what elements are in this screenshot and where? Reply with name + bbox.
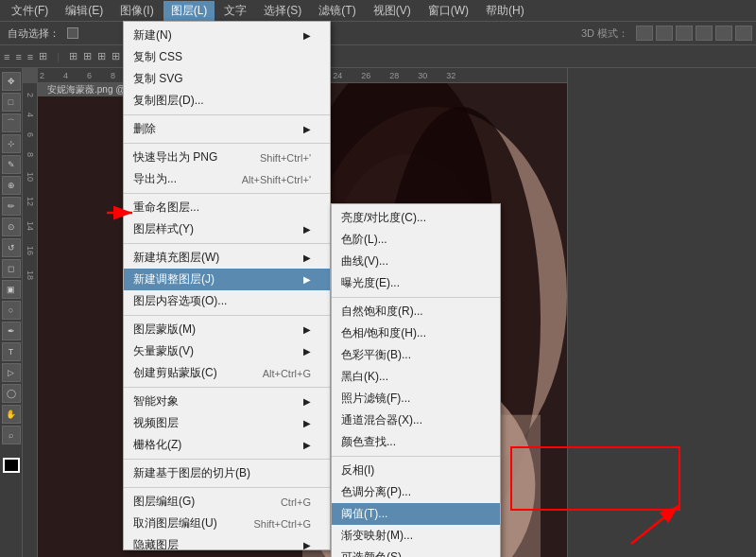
menu-copy-svg[interactable]: 复制 SVG: [124, 68, 330, 90]
menu-rasterize[interactable]: 栅格化(Z) ▶: [124, 434, 330, 456]
separator-6: [124, 387, 330, 388]
adj-bw[interactable]: 黑白(K)...: [332, 366, 500, 388]
tool-brush[interactable]: ✏: [2, 197, 21, 216]
tool-dodge[interactable]: ○: [2, 301, 21, 320]
menu-filter[interactable]: 滤镜(T): [311, 1, 363, 21]
dropdown-container: 新建(N) ▶ 复制 CSS 复制 SVG 复制图层(D)... 删除 ▶ 快速…: [123, 21, 501, 557]
tool-btn-5[interactable]: [715, 26, 732, 41]
tool-crop[interactable]: ⊹: [2, 134, 21, 153]
tool-btn-3[interactable]: [676, 26, 693, 41]
menu-hide-layer[interactable]: 隐藏图层 ▶: [124, 534, 330, 550]
distribute-icon[interactable]: ⊞: [39, 50, 47, 62]
menu-new-slice[interactable]: 新建基于图层的切片(B): [124, 462, 330, 484]
adj-hsl[interactable]: 色相/饱和度(H)...: [332, 322, 500, 344]
tools-panel: ✥ □ ⌒ ⊹ ✎ ⊕ ✏ ⊙ ↺ ◻ ▣ ○ ✒ T ▷ ◯ ✋ ⌕: [0, 68, 23, 557]
menu-select[interactable]: 选择(S): [256, 1, 309, 21]
adj-levels[interactable]: 色阶(L)...: [332, 229, 500, 251]
tool-lasso[interactable]: ⌒: [2, 113, 21, 132]
tool-btn-1[interactable]: [636, 26, 653, 41]
menu-group[interactable]: 图层编组(G) Ctrl+G: [124, 491, 330, 513]
mask-arrow: ▶: [303, 324, 311, 335]
menu-duplicate[interactable]: 复制图层(D)...: [124, 90, 330, 112]
menu-delete[interactable]: 删除 ▶: [124, 118, 330, 140]
separator-4: [124, 243, 330, 244]
adj-invert[interactable]: 反相(I): [332, 460, 500, 481]
menu-rename[interactable]: 重命名图层...: [124, 197, 330, 218]
tool-clone[interactable]: ⊙: [2, 218, 21, 236]
tool-pen[interactable]: ✒: [2, 322, 21, 340]
adj-color-lookup[interactable]: 颜色查找...: [332, 431, 500, 453]
tool-zoom[interactable]: ⌕: [2, 426, 21, 444]
menu-help[interactable]: 帮助(H): [478, 1, 532, 21]
submenu-arrow: ▶: [303, 30, 311, 41]
menu-ungroup[interactable]: 取消图层编组(U) Shift+Ctrl+G: [124, 513, 330, 534]
menu-smart-object[interactable]: 智能对象 ▶: [124, 391, 330, 412]
menu-create-clipping[interactable]: 创建剪贴蒙版(C) Alt+Ctrl+G: [124, 362, 330, 384]
menu-layer-mask[interactable]: 图层蒙版(M) ▶: [124, 319, 330, 340]
tool-move[interactable]: ✥: [2, 72, 21, 91]
tool-heal[interactable]: ⊕: [2, 176, 21, 195]
menu-layer-content[interactable]: 图层内容选项(O)...: [124, 290, 330, 312]
menu-new[interactable]: 新建(N) ▶: [124, 25, 330, 46]
tool-history[interactable]: ↺: [2, 238, 21, 257]
layer-menu-panel: 新建(N) ▶ 复制 CSS 复制 SVG 复制图层(D)... 删除 ▶ 快速…: [123, 21, 331, 550]
tool-eyedropper[interactable]: ✎: [2, 155, 21, 174]
adj-channel-mixer[interactable]: 通道混合器(X)...: [332, 409, 500, 431]
menu-vector-mask[interactable]: 矢量蒙版(V) ▶: [124, 340, 330, 362]
tool-shape[interactable]: ◯: [2, 384, 21, 403]
tool-select[interactable]: □: [2, 93, 21, 112]
tool-btn-4[interactable]: [696, 26, 713, 41]
menu-text[interactable]: 文字: [216, 1, 254, 21]
adj-sep-2: [332, 456, 500, 457]
adj-color-balance[interactable]: 色彩平衡(B)...: [332, 344, 500, 366]
menu-edit[interactable]: 编辑(E): [58, 1, 111, 21]
align-center-icon[interactable]: ≡: [15, 51, 21, 62]
video-arrow: ▶: [303, 418, 311, 428]
menu-new-adjustment[interactable]: 新建调整图层(J) ▶: [124, 269, 330, 290]
menu-window[interactable]: 窗口(W): [421, 1, 476, 21]
adj-brightness[interactable]: 亮度/对比度(C)...: [332, 207, 500, 229]
menu-export-png[interactable]: 快速导出为 PNG Shift+Ctrl+': [124, 147, 330, 168]
anchor-icon-2[interactable]: ⊞: [83, 50, 92, 62]
auto-select-checkbox[interactable]: [67, 27, 78, 39]
menu-layer-style[interactable]: 图层样式(Y) ▶: [124, 218, 330, 240]
adj-gradient-map[interactable]: 渐变映射(M)...: [332, 525, 500, 547]
anchor-icon[interactable]: ⊞: [69, 50, 77, 62]
tool-gradient[interactable]: ▣: [2, 280, 21, 299]
tool-hand[interactable]: ✋: [2, 405, 21, 424]
adj-exposure[interactable]: 曝光度(E)...: [332, 272, 500, 294]
fill-arrow: ▶: [303, 252, 311, 263]
adj-vibrance[interactable]: 自然饱和度(R)...: [332, 301, 500, 322]
separator-5: [124, 315, 330, 316]
tool-eraser[interactable]: ◻: [2, 259, 21, 278]
menu-image[interactable]: 图像(I): [112, 1, 161, 21]
adj-curves[interactable]: 曲线(V)...: [332, 251, 500, 272]
menu-file[interactable]: 文件(F): [4, 1, 56, 21]
menu-copy-css[interactable]: 复制 CSS: [124, 46, 330, 68]
tool-type[interactable]: T: [2, 342, 21, 361]
menu-export-as[interactable]: 导出为... Alt+Shift+Ctrl+': [124, 168, 330, 190]
separator-7: [124, 459, 330, 460]
vmask-arrow: ▶: [303, 346, 311, 357]
adj-sep-1: [332, 297, 500, 298]
right-panel: [567, 68, 756, 557]
adj-selective-color[interactable]: 可选颜色(S)...: [332, 547, 500, 557]
menu-layer[interactable]: 图层(L): [163, 1, 215, 21]
tool-path[interactable]: ▷: [2, 363, 21, 382]
anchor-icon-3[interactable]: ⊞: [97, 50, 106, 62]
anchor-icon-4[interactable]: ⊞: [112, 50, 120, 62]
adj-photo-filter[interactable]: 照片滤镜(F)...: [332, 388, 500, 409]
tool-btn-6[interactable]: [735, 26, 752, 41]
adjustment-submenu: 亮度/对比度(C)... 色阶(L)... 曲线(V)... 曝光度(E)...…: [331, 203, 501, 557]
align-left-icon[interactable]: ≡: [4, 51, 9, 62]
auto-select-label: 自动选择：: [4, 25, 63, 43]
menu-view[interactable]: 视图(V): [366, 1, 419, 21]
tool-btn-2[interactable]: [656, 26, 673, 41]
style-arrow: ▶: [303, 224, 311, 235]
adj-threshold[interactable]: 阈值(T)...: [332, 503, 500, 525]
align-right-icon[interactable]: ≡: [27, 51, 33, 62]
foreground-color[interactable]: [3, 458, 20, 473]
adj-posterize[interactable]: 色调分离(P)...: [332, 481, 500, 503]
menu-new-fill[interactable]: 新建填充图层(W) ▶: [124, 247, 330, 269]
menu-video-layer[interactable]: 视频图层 ▶: [124, 412, 330, 434]
